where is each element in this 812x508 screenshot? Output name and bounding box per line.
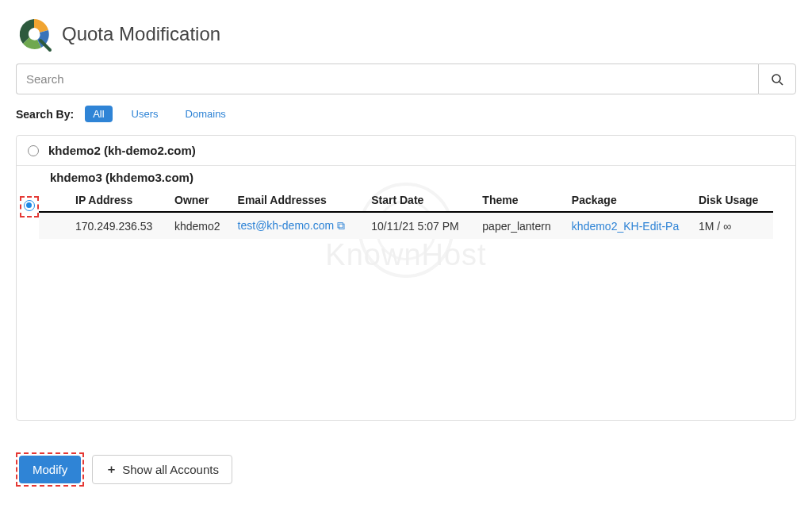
cell-start: 10/11/21 5:07 PM <box>366 212 477 239</box>
radio-unchecked[interactable] <box>28 145 39 156</box>
copy-icon[interactable]: ⧉ <box>337 219 345 232</box>
col-owner: Owner <box>170 187 233 212</box>
col-theme: Theme <box>477 187 567 212</box>
cell-ip: 170.249.236.53 <box>71 212 170 239</box>
account-row[interactable]: khdemo2 (kh-demo2.com) <box>17 136 795 166</box>
col-disk: Disk Usage <box>694 187 773 212</box>
account-label: khdemo3 (khdemo3.com) <box>50 171 784 184</box>
search-icon <box>771 73 783 86</box>
cell-disk: 1M / ∞ <box>694 212 773 239</box>
cell-owner: khdemo2 <box>170 212 233 239</box>
modify-button[interactable]: Modify <box>19 456 81 483</box>
col-start: Start Date <box>366 187 477 212</box>
app-logo <box>16 16 52 52</box>
filter-domains[interactable]: Domains <box>178 106 234 122</box>
svg-point-1 <box>772 75 780 83</box>
col-ip: IP Address <box>71 187 170 212</box>
account-label: khdemo2 (kh-demo2.com) <box>48 144 196 157</box>
cell-theme: paper_lantern <box>477 212 567 239</box>
search-by-label: Search By: <box>16 108 74 121</box>
search-button[interactable] <box>758 64 796 94</box>
filter-all[interactable]: All <box>85 106 112 122</box>
show-all-label: Show all Accounts <box>122 463 219 476</box>
account-row-selected[interactable]: khdemo3 (khdemo3.com) IP Address Owner E… <box>17 166 795 241</box>
search-input[interactable] <box>16 64 758 94</box>
svg-line-2 <box>779 82 783 85</box>
page-title: Quota Modification <box>62 23 220 45</box>
filter-users[interactable]: Users <box>124 106 167 122</box>
table-row: 170.249.236.53 khdemo2 test@kh-demo.com … <box>39 212 773 239</box>
plus-icon: ＋ <box>105 462 117 477</box>
highlight-modify: Modify <box>16 452 84 487</box>
col-email: Email Addresses <box>233 187 367 212</box>
radio-checked[interactable] <box>24 200 35 211</box>
cell-package-link[interactable]: khdemo2_KH-Edit-Pa <box>572 220 679 233</box>
detail-table: IP Address Owner Email Addresses Start D… <box>39 187 773 239</box>
show-all-button[interactable]: ＋ Show all Accounts <box>92 455 232 484</box>
col-package: Package <box>567 187 694 212</box>
highlight-radio <box>20 196 39 217</box>
cell-email-link[interactable]: test@kh-demo.com ⧉ <box>238 219 345 232</box>
account-panel: khdemo2 (kh-demo2.com) khdemo3 (khdemo3.… <box>16 135 796 421</box>
